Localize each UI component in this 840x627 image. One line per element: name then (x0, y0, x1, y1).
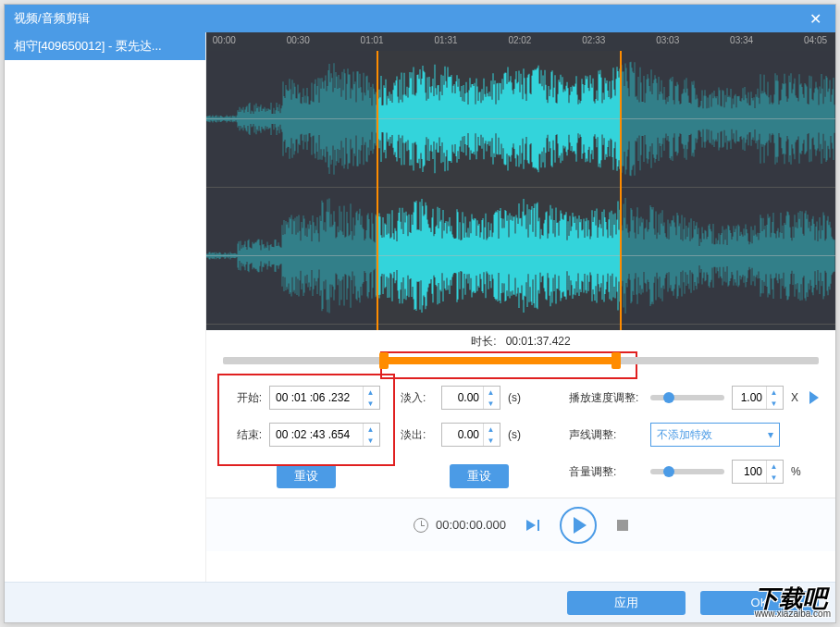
editor-window: 视频/音频剪辑 ✕ 相守[409650012] - 栗先达... 00:0000… (4, 4, 836, 623)
ruler-tick: 01:31 (434, 35, 457, 45)
fade-unit: (s) (508, 428, 521, 441)
volume-label: 音量调整: (569, 464, 643, 480)
fadeout-field[interactable] (442, 428, 483, 441)
window-title: 视频/音频剪辑 (14, 10, 804, 27)
speed-input[interactable]: ▲▼ (732, 386, 784, 410)
ruler-tick: 03:34 (730, 35, 753, 45)
ruler-tick: 01:01 (361, 35, 384, 45)
file-sidebar: 相守[409650012] - 栗先达... (5, 32, 206, 582)
watermark-url: www.xiazaiba.com (755, 609, 831, 618)
start-time-field[interactable] (270, 391, 363, 404)
main-panel: 00:0000:3001:0101:3102:0202:3303:0303:34… (206, 32, 835, 582)
end-time-field[interactable] (270, 428, 363, 441)
file-list-item[interactable]: 相守[409650012] - 栗先达... (5, 32, 205, 60)
spin-up-icon[interactable]: ▲ (364, 387, 377, 398)
ruler-tick: 02:02 (508, 35, 531, 45)
fadein-input[interactable]: ▲▼ (441, 386, 500, 410)
spin-down-icon[interactable]: ▼ (484, 398, 498, 409)
duration-value: 00:01:37.422 (506, 335, 571, 348)
volume-input[interactable]: ▲▼ (732, 460, 784, 484)
selection-overlay[interactable] (377, 51, 622, 330)
slider-thumb[interactable] (663, 466, 674, 477)
preview-play-icon[interactable] (809, 391, 819, 404)
playback-bar: 00:00:00.000 (206, 498, 835, 551)
duration-label: 时长: (471, 335, 496, 348)
fadeout-label: 淡出: (401, 427, 434, 443)
range-slider-row (206, 351, 835, 372)
spin-up-icon[interactable]: ▲ (767, 387, 781, 398)
ruler-tick: 00:30 (287, 35, 310, 45)
close-icon[interactable]: ✕ (804, 7, 826, 30)
speed-suffix: X (791, 391, 798, 404)
fadein-label: 淡入: (401, 390, 434, 406)
end-time-input[interactable]: ▲▼ (269, 423, 380, 447)
chevron-down-icon: ▾ (768, 428, 773, 441)
range-slider-selection[interactable] (384, 357, 616, 364)
spin-up-icon[interactable]: ▲ (484, 387, 498, 398)
skip-end-icon[interactable] (526, 520, 539, 531)
fade-unit: (s) (508, 391, 521, 404)
voice-effect-value: 不添加特效 (657, 427, 712, 443)
fadeout-input[interactable]: ▲▼ (441, 423, 500, 447)
titlebar[interactable]: 视频/音频剪辑 ✕ (5, 5, 835, 32)
play-button[interactable] (560, 507, 597, 544)
duration-readout: 时长: 00:01:37.422 (206, 330, 835, 351)
end-label: 结束: (230, 427, 262, 443)
start-time-input[interactable]: ▲▼ (269, 386, 380, 410)
voice-label: 声线调整: (569, 427, 643, 443)
footer: 应用 OK (5, 582, 835, 622)
spin-up-icon[interactable]: ▲ (364, 424, 377, 435)
playback-time: 00:00:00.000 (436, 518, 506, 532)
ruler-tick: 00:00 (213, 35, 236, 45)
volume-slider[interactable] (650, 469, 724, 474)
stop-button[interactable] (617, 520, 628, 531)
range-slider-handle-start[interactable] (379, 352, 389, 369)
clock-icon (414, 518, 428, 533)
start-label: 开始: (230, 390, 262, 406)
spin-up-icon[interactable]: ▲ (767, 461, 781, 472)
spin-down-icon[interactable]: ▼ (364, 435, 377, 446)
volume-field[interactable] (733, 465, 766, 478)
volume-suffix: % (791, 465, 801, 478)
range-slider-track[interactable] (223, 357, 819, 364)
speed-label: 播放速度调整: (569, 390, 643, 406)
watermark: 下载吧 www.xiazaiba.com (755, 588, 831, 618)
spin-up-icon[interactable]: ▲ (484, 424, 498, 435)
spin-down-icon[interactable]: ▼ (767, 472, 781, 483)
controls-grid: 开始: ▲▼ 结束: ▲▼ 重设 (206, 372, 835, 498)
ruler-tick: 02:33 (582, 35, 605, 45)
spin-down-icon[interactable]: ▼ (364, 398, 377, 409)
reset-trim-button[interactable]: 重设 (277, 464, 336, 488)
waveform-display[interactable] (206, 51, 835, 330)
speed-slider[interactable] (650, 395, 724, 400)
fadein-field[interactable] (442, 391, 483, 404)
spin-down-icon[interactable]: ▼ (767, 398, 781, 409)
apply-button[interactable]: 应用 (567, 591, 686, 615)
ruler-tick: 04:05 (804, 35, 827, 45)
reset-fade-button[interactable]: 重设 (450, 464, 509, 488)
speed-field[interactable] (733, 391, 766, 404)
slider-thumb[interactable] (663, 392, 674, 403)
voice-effect-select[interactable]: 不添加特效 ▾ (650, 423, 780, 447)
play-icon (574, 517, 587, 534)
range-slider-handle-end[interactable] (611, 352, 621, 369)
ruler-tick: 03:03 (656, 35, 679, 45)
spin-down-icon[interactable]: ▼ (484, 435, 498, 446)
timeline-ruler[interactable]: 00:0000:3001:0101:3102:0202:3303:0303:34… (206, 32, 835, 51)
